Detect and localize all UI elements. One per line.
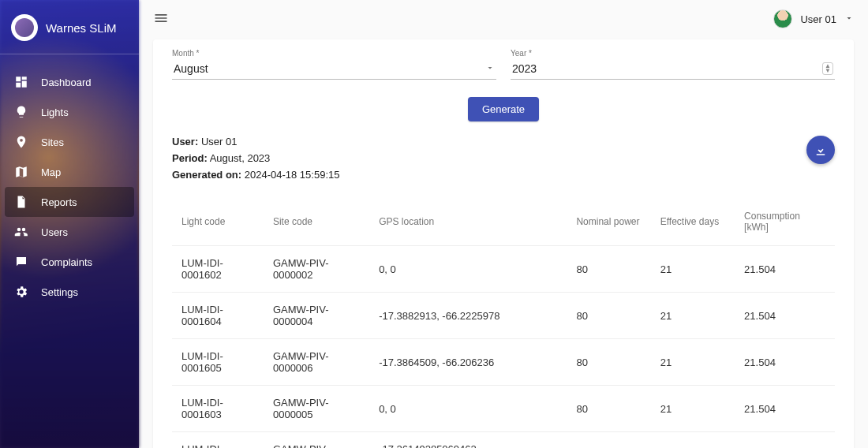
month-select[interactable]: August (172, 59, 496, 80)
sidebar-item-settings[interactable]: Settings (5, 277, 134, 307)
sidebar-item-lights[interactable]: Lights (5, 97, 134, 127)
cell-nominal-power: 80 (567, 339, 650, 386)
table-body: LUM-IDI-0001602GAMW-PIV-00000020, 080212… (172, 246, 835, 449)
cell-effective-days: 21 (651, 246, 735, 293)
meta-generated-label: Generated on: (172, 169, 241, 181)
number-spinner-icon[interactable]: ▲▼ (822, 62, 833, 75)
username: User 01 (800, 13, 836, 25)
year-input[interactable]: 2023 ▲▼ (511, 59, 835, 80)
sidebar-nav: DashboardLightsSitesMapReportsUsersCompl… (0, 59, 139, 315)
cell-site-code: GAMW-PIV-0000161 (264, 432, 369, 449)
cell-site-code: GAMW-PIV-0000005 (264, 386, 369, 432)
col-effective-days: Effective days (651, 203, 735, 246)
cell-site-code: GAMW-PIV-0000006 (264, 339, 369, 386)
sidebar-item-sites[interactable]: Sites (5, 127, 134, 157)
table-row: LUM-IDI-0001604GAMW-PIV-0000004-17.38829… (172, 293, 835, 339)
sidebar-item-label: Complaints (41, 256, 92, 268)
brand-logo (11, 14, 38, 41)
menu-icon (153, 10, 169, 26)
map-icon (14, 165, 28, 179)
divider (0, 54, 139, 54)
cell-light-code: LUM-IDI-0001602 (172, 246, 264, 293)
cell-gps: 0, 0 (369, 386, 567, 432)
cell-gps: -17.3882913, -66.2225978 (369, 293, 567, 339)
month-value: August (174, 62, 208, 75)
filter-row: Month * August Year * 2023 ▲▼ (172, 49, 835, 80)
col-nominal-power: Nominal power (567, 203, 650, 246)
cell-light-code: LUM-IDI-0001009 (172, 432, 264, 449)
report-card: Month * August Year * 2023 ▲▼ (153, 39, 854, 448)
month-field: Month * August (172, 49, 496, 80)
content: Month * August Year * 2023 ▲▼ (139, 38, 868, 448)
cell-nominal-power: 80 (567, 386, 650, 432)
brand: Warnes SLiM (0, 0, 139, 54)
meta-user-label: User: (172, 136, 198, 147)
cell-light-code: LUM-IDI-0001604 (172, 293, 264, 339)
user-menu[interactable]: User 01 (773, 9, 854, 28)
main: User 01 Month * August (139, 0, 868, 448)
cell-nominal-power: 80 (567, 246, 650, 293)
report-table: Light code Site code GPS location Nomina… (172, 203, 835, 448)
sidebar-item-users[interactable]: Users (5, 217, 134, 247)
chevron-down-icon (844, 13, 854, 25)
col-light-code: Light code (172, 203, 264, 246)
file-icon (14, 195, 28, 209)
cell-effective-days: 21 (651, 386, 735, 432)
cell-site-code: GAMW-PIV-0000002 (264, 246, 369, 293)
year-field: Year * 2023 ▲▼ (511, 49, 835, 80)
gear-icon (14, 285, 28, 299)
col-consumption: Consumption [kWh] (735, 203, 835, 246)
sidebar-item-dashboard[interactable]: Dashboard (5, 67, 134, 97)
sidebar-item-map[interactable]: Map (5, 157, 134, 187)
generate-button[interactable]: Generate (468, 97, 539, 121)
sidebar-item-label: Reports (41, 196, 77, 208)
cell-nominal-power: 40 (567, 432, 650, 449)
sidebar-item-label: Users (41, 226, 68, 238)
chevron-down-icon (485, 62, 495, 75)
menu-toggle-button[interactable] (153, 10, 169, 28)
cell-light-code: LUM-IDI-0001605 (172, 339, 264, 386)
cell-consumption: 21.504 (735, 293, 835, 339)
meta-user: User: User 01 (172, 136, 339, 147)
meta-lines: User: User 01 Period: August, 2023 Gener… (172, 136, 339, 181)
col-gps: GPS location (369, 203, 567, 246)
sidebar-item-complaints[interactable]: Complaints (5, 247, 134, 277)
cell-gps: -17.3864509, -66.206236 (369, 339, 567, 386)
table-row: LUM-IDI-0001605GAMW-PIV-0000006-17.38645… (172, 339, 835, 386)
topbar: User 01 (139, 0, 868, 38)
cell-effective-days: 21 (651, 293, 735, 339)
cell-consumption: 21.504 (735, 386, 835, 432)
bulb-icon (14, 105, 28, 119)
meta-user-value: User 01 (201, 136, 238, 147)
col-site-code: Site code (264, 203, 369, 246)
cell-light-code: LUM-IDI-0001603 (172, 386, 264, 432)
brand-title: Warnes SLiM (46, 21, 116, 35)
cell-consumption: 21.504 (735, 246, 835, 293)
cell-nominal-power: 80 (567, 293, 650, 339)
meta-period-value: August, 2023 (210, 152, 271, 164)
download-button[interactable] (806, 136, 835, 164)
table-row: LUM-IDI-0001602GAMW-PIV-00000020, 080212… (172, 246, 835, 293)
users-icon (14, 225, 28, 239)
chat-icon (14, 255, 28, 269)
generate-row: Generate (172, 97, 835, 121)
sidebar-item-label: Settings (41, 286, 78, 298)
dashboard-icon (14, 75, 28, 89)
cell-consumption: 21.504 (735, 339, 835, 386)
sidebar-item-reports[interactable]: Reports (5, 187, 134, 217)
meta-generated-value: 2024-04-18 15:59:15 (245, 169, 340, 181)
sidebar-item-label: Lights (41, 106, 69, 118)
table-row: LUM-IDI-0001009GAMW-PIV-0000161-17.26149… (172, 432, 835, 449)
cell-gps: 0, 0 (369, 246, 567, 293)
cell-gps: -17.26149285069462, -62.97375084443048 (369, 432, 567, 449)
meta-block: User: User 01 Period: August, 2023 Gener… (172, 136, 835, 181)
cell-consumption: 10.752 (735, 432, 835, 449)
avatar (773, 9, 792, 28)
cell-effective-days: 21 (651, 432, 735, 449)
brand-logo-icon (15, 18, 34, 37)
sidebar-item-label: Sites (41, 136, 64, 148)
cell-effective-days: 21 (651, 339, 735, 386)
year-label: Year * (511, 49, 835, 58)
year-value: 2023 (512, 62, 537, 75)
meta-period-label: Period: (172, 152, 208, 164)
